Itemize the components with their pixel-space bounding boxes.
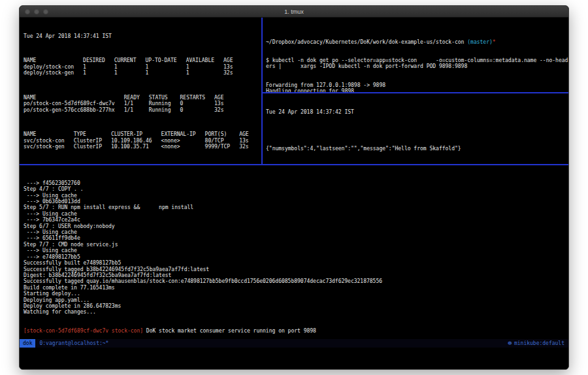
- log-line: [stock-con-5d7df689cf-dwc7v stock-con] D…: [24, 328, 564, 334]
- session-name: dok: [20, 339, 35, 348]
- http-response: {"numsymbols":4,"lastseen":"","message":…: [266, 146, 566, 152]
- table-cell: 1: [146, 70, 186, 76]
- table-header-cell: NAME: [24, 57, 83, 63]
- table-header-row: NAMEREADYSTATUSRESTARTSAGE: [24, 95, 233, 101]
- deployments-table: NAMEDESIREDCURRENTUP-TO-DATEAVAILABLEAGE…: [24, 57, 242, 76]
- terminal-content: Tue 24 Apr 2018 14:37:41 IST NAMEDESIRED…: [20, 18, 568, 370]
- minimize-button[interactable]: [34, 9, 39, 14]
- table-cell: ClusterIP: [74, 138, 111, 144]
- table-cell: 1: [114, 64, 146, 70]
- pane-curl-watch[interactable]: Tue 24 Apr 2018 14:37:42 IST {"numsymbol…: [263, 93, 568, 164]
- table-cell: 1: [114, 70, 146, 76]
- table-cell: svc/stock-gen: [24, 144, 74, 150]
- table-cell: <none>: [161, 138, 205, 144]
- table-header-cell: STATUS: [149, 95, 180, 101]
- table-row: svc/stock-genClusterIP10.100.35.71<none>…: [24, 144, 258, 150]
- kube-context: minikube:default: [514, 339, 564, 348]
- table-header-row: NAMETYPECLUSTER-IPEXTERNAL-IPPORT(S)AGE: [24, 131, 258, 137]
- table-cell: deploy/stock-con: [24, 64, 83, 70]
- table-row: deploy/stock-con111113s: [24, 64, 242, 70]
- table-cell: ClusterIP: [74, 144, 111, 150]
- window-title: 1. tmux: [20, 8, 568, 15]
- table-header-cell: RESTARTS: [180, 95, 215, 101]
- table-header-cell: UP-TO-DATE: [146, 57, 186, 63]
- table-row: po/stock-con-5d7df689cf-dwc7v1/1Running0…: [24, 101, 233, 106]
- port-forward-output: Forwarding from 127.0.0.1:9898 -> 9898 H…: [266, 82, 566, 92]
- services-table: NAMETYPECLUSTER-IPEXTERNAL-IPPORT(S)AGEs…: [24, 131, 258, 150]
- window-titlebar[interactable]: 1. tmux: [20, 6, 568, 18]
- table-cell: 10.109.186.46: [111, 138, 161, 144]
- table-header-cell: PORT(S): [205, 131, 240, 137]
- table-cell: 1/1: [124, 101, 149, 106]
- git-dirty-flag: *: [493, 39, 496, 45]
- terminal-window: 1. tmux Tue 24 Apr 2018 14:37:41 IST NAM…: [19, 5, 569, 370]
- table-row: deploy/stock-gen111132s: [24, 70, 242, 76]
- tmux-status-bar: dok 0:vagrant@localhost:~* ☸ minikube:de…: [20, 339, 568, 348]
- prompt-path: ~/Dropbox/advocacy/Kubernetes/DoK/work/d…: [266, 39, 464, 45]
- table-header-cell: NAME: [24, 131, 74, 137]
- table-cell: 13s: [214, 101, 233, 106]
- table-cell: 32s: [239, 144, 257, 150]
- table-cell: <none>: [161, 144, 205, 150]
- kubernetes-helm-icon: ☸: [508, 339, 512, 348]
- close-button[interactable]: [25, 9, 30, 14]
- table-cell: Running: [149, 101, 180, 106]
- status-right: ☸ minikube:default: [508, 339, 564, 348]
- table-cell: deploy/stock-gen: [24, 70, 83, 76]
- table-header-cell: AVAILABLE: [186, 57, 223, 63]
- table-header-cell: AGE: [214, 95, 233, 101]
- table-header-cell: AGE: [223, 57, 242, 63]
- table-cell: 1: [186, 64, 223, 70]
- command-text: $ kubectl -n dok get po --selector=app=s…: [266, 57, 566, 70]
- window-label[interactable]: 0:vagrant@localhost:~*: [39, 339, 108, 348]
- timestamp: Tue 24 Apr 2018 14:37:41 IST: [24, 33, 257, 39]
- log-message: DoK stock market consumer service runnin…: [143, 328, 316, 334]
- pods-table: NAMEREADYSTATUSRESTARTSAGEpo/stock-con-5…: [24, 95, 233, 113]
- traffic-lights: [25, 9, 48, 14]
- build-output: ---> f45623052760 Step 4/7 : COPY . . --…: [24, 180, 564, 316]
- timestamp: Tue 24 Apr 2018 14:37:42 IST: [266, 109, 566, 115]
- table-header-cell: CURRENT: [114, 57, 146, 63]
- table-cell: 1: [186, 70, 223, 76]
- table-row: svc/stock-conClusterIP10.109.186.46<none…: [24, 138, 258, 144]
- table-header-row: NAMEDESIREDCURRENTUP-TO-DATEAVAILABLEAGE: [24, 57, 242, 63]
- table-cell: Running: [149, 107, 180, 113]
- table-row: po/stock-gen-576cc688bb-277hx1/1Running0…: [24, 107, 233, 113]
- pod-prefix: [stock-con-5d7df689cf-dwc7v stock-con]: [24, 328, 143, 334]
- table-header-cell: READY: [124, 95, 149, 101]
- table-cell: 0: [180, 107, 215, 113]
- table-cell: 13s: [223, 64, 242, 70]
- table-cell: svc/stock-con: [24, 138, 74, 144]
- table-cell: 0: [180, 101, 215, 106]
- table-header-cell: TYPE: [74, 131, 111, 137]
- table-header-cell: DESIRED: [83, 57, 114, 63]
- table-header-cell: AGE: [239, 131, 257, 137]
- table-header-cell: CLUSTER-IP: [111, 131, 161, 137]
- table-header-cell: NAME: [24, 95, 124, 101]
- table-cell: 1: [146, 64, 186, 70]
- pane-kubectl-watch[interactable]: Tue 24 Apr 2018 14:37:41 IST NAMEDESIRED…: [20, 18, 261, 164]
- table-header-cell: EXTERNAL-IP: [161, 131, 205, 137]
- table-cell: 1: [83, 70, 114, 76]
- shell-prompt: ~/Dropbox/advocacy/Kubernetes/DoK/work/d…: [266, 39, 566, 45]
- table-cell: 80/TCP: [205, 138, 240, 144]
- table-cell: po/stock-con-5d7df689cf-dwc7v: [24, 101, 124, 106]
- table-cell: 13s: [239, 138, 257, 144]
- table-cell: po/stock-gen-576cc688bb-277hx: [24, 107, 124, 113]
- table-cell: 10.100.35.71: [111, 144, 161, 150]
- table-cell: 1/1: [124, 107, 149, 113]
- blank-line: [266, 127, 566, 133]
- pane-port-forward[interactable]: ~/Dropbox/advocacy/Kubernetes/DoK/work/d…: [263, 18, 568, 92]
- git-branch: (master): [464, 39, 492, 45]
- zoom-button[interactable]: [43, 9, 48, 14]
- table-cell: 32s: [223, 70, 242, 76]
- table-cell: 32s: [214, 107, 233, 113]
- table-cell: 9999/TCP: [205, 144, 240, 150]
- pane-skaffold[interactable]: ---> f45623052760 Step 4/7 : COPY . . --…: [20, 165, 568, 339]
- table-cell: 1: [83, 64, 114, 70]
